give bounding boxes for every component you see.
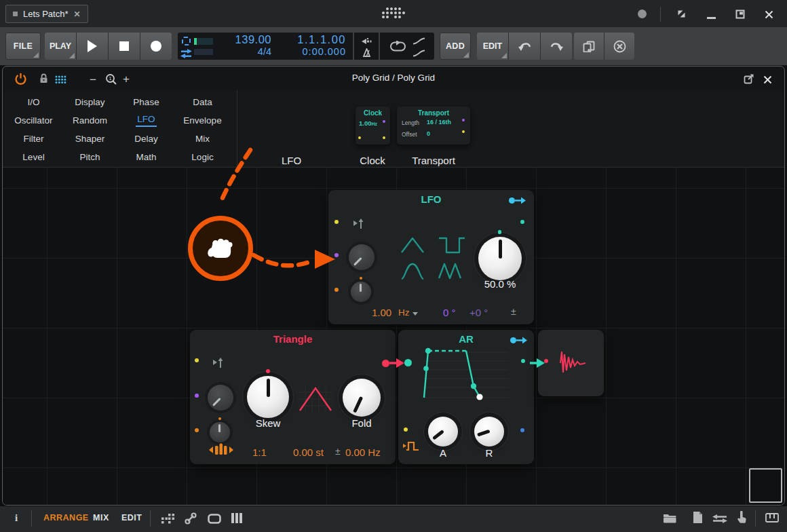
- triangle-polarity-toggle[interactable]: ±: [335, 446, 341, 457]
- file-button[interactable]: FILE: [5, 33, 41, 60]
- mixer-bars-icon[interactable]: [231, 513, 243, 526]
- stop-button[interactable]: [109, 33, 140, 60]
- ar-module[interactable]: AR A R: [398, 330, 534, 464]
- lfo-amount-knob[interactable]: [478, 237, 522, 280]
- triangle-ratio-value[interactable]: 1:1: [252, 446, 267, 458]
- keyboard-icon[interactable]: [765, 513, 779, 525]
- lfo-module[interactable]: LFO 50.0 % 1.00 Hz 0 ° +0 ° ±: [328, 190, 534, 324]
- redo-button[interactable]: [541, 33, 572, 60]
- tempo-display[interactable]: 139.00 4/4: [216, 33, 277, 60]
- pop-out-icon[interactable]: [744, 73, 754, 87]
- window-close-icon[interactable]: [765, 10, 773, 22]
- record-button[interactable]: [140, 33, 172, 60]
- mapping-icon[interactable]: [712, 514, 727, 526]
- ar-mod-input-port[interactable]: [404, 428, 408, 432]
- triangle-skew-knob[interactable]: [247, 376, 289, 418]
- category-pitch[interactable]: Pitch: [62, 148, 118, 166]
- triangle-skew-mod-port[interactable]: [195, 394, 199, 398]
- scope-input-port[interactable]: [544, 359, 548, 363]
- triangle-module[interactable]: Triangle Skew Fold 1:1 0.00 st ± 0.00 Hz: [190, 330, 396, 464]
- view-tab-edit[interactable]: EDIT: [121, 513, 142, 522]
- transport-offset-port[interactable]: [462, 130, 465, 133]
- gate-icon[interactable]: [402, 438, 420, 455]
- category-data[interactable]: Data: [174, 93, 231, 111]
- metronome-icon[interactable]: [362, 48, 372, 60]
- ar-attack-knob[interactable]: [428, 417, 458, 446]
- lfo-thumbnail[interactable]: LFO 50.0 % 1.00 Hz 0 ° +0 ° ±: [253, 100, 330, 151]
- tap-tempo-icon[interactable]: [182, 37, 191, 45]
- duplicate-button[interactable]: [574, 33, 604, 60]
- triangle-output-port[interactable]: [382, 360, 389, 367]
- frame-view-icon[interactable]: [208, 514, 221, 527]
- automation-follow-icon[interactable]: [412, 35, 425, 48]
- clock-rate-port[interactable]: [383, 120, 385, 123]
- loop-icon[interactable]: [389, 41, 407, 55]
- add-button[interactable]: ADD: [440, 33, 471, 60]
- clock-input-port[interactable]: [358, 136, 361, 139]
- ar-output-port[interactable]: [521, 359, 525, 363]
- category-display[interactable]: Display: [62, 93, 118, 111]
- category-level[interactable]: Level: [5, 148, 62, 166]
- ar-level-port[interactable]: [520, 428, 524, 432]
- category-phase[interactable]: Phase: [118, 93, 174, 111]
- undo-button[interactable]: [509, 33, 540, 60]
- transport-length-port[interactable]: [462, 119, 465, 121]
- link-icon[interactable]: [185, 512, 197, 527]
- lfo-phase-value[interactable]: 0 °: [443, 307, 456, 318]
- triangle-pitch-attenuator-knob[interactable]: [210, 422, 230, 442]
- view-tab-mix[interactable]: MIX: [93, 513, 109, 522]
- window-minimize-icon[interactable]: [707, 17, 716, 19]
- touch-icon[interactable]: [736, 511, 747, 526]
- project-tab[interactable]: Lets Patch* ✕: [5, 5, 88, 23]
- play-button[interactable]: [77, 33, 108, 60]
- transport-thumbnail[interactable]: Transport Length 16 / 16th Offset 0: [397, 107, 470, 145]
- lfo-polarity-toggle[interactable]: ±: [511, 306, 516, 317]
- info-icon[interactable]: i: [15, 512, 18, 524]
- position-value[interactable]: 1.1.1.00: [277, 33, 346, 46]
- lfo-amount-value[interactable]: 50.0 %: [473, 278, 527, 290]
- lfo-rate-value[interactable]: 1.00: [372, 307, 391, 318]
- keytrack-icon[interactable]: [209, 442, 233, 460]
- scope-module[interactable]: [538, 330, 604, 396]
- category-random[interactable]: Random: [62, 111, 118, 130]
- clock-thumbnail[interactable]: Clock 1.00Hz: [356, 107, 390, 145]
- position-display[interactable]: 1.1.1.00 0:00.000: [277, 33, 353, 60]
- edit-menu-button[interactable]: EDIT: [477, 33, 508, 60]
- category-mix[interactable]: Mix: [174, 130, 231, 148]
- panel-close-icon[interactable]: [763, 75, 772, 87]
- ar-release-knob[interactable]: [474, 417, 504, 446]
- play-menu-button[interactable]: PLAY: [45, 33, 76, 60]
- category-envelope[interactable]: Envelope: [174, 111, 231, 130]
- browser-folder-icon[interactable]: [664, 513, 676, 526]
- triangle-fold-knob[interactable]: [343, 379, 381, 417]
- flow-view-icon[interactable]: [161, 514, 175, 527]
- triangle-fine-value[interactable]: 0.00 Hz: [345, 446, 381, 458]
- lfo-rate-unit[interactable]: Hz: [398, 307, 418, 318]
- time-value[interactable]: 0:00.000: [277, 46, 346, 58]
- lfo-phase-shift-value[interactable]: +0 °: [469, 307, 488, 318]
- triangle-pitch-value[interactable]: 0.00 st: [293, 446, 324, 458]
- triangle-skew-attenuator-knob[interactable]: [208, 385, 233, 411]
- tempo-value[interactable]: 139.00: [216, 33, 271, 46]
- delete-button[interactable]: [604, 33, 634, 60]
- file-icon[interactable]: [693, 512, 703, 526]
- category-math[interactable]: Math: [118, 148, 174, 166]
- category-shaper[interactable]: Shaper: [62, 130, 118, 148]
- category-lfo[interactable]: LFO: [118, 111, 174, 130]
- category-io[interactable]: I/O: [5, 93, 62, 111]
- automation-write-icon[interactable]: [412, 48, 425, 60]
- triangle-trigger-port[interactable]: [195, 358, 199, 362]
- category-delay[interactable]: Delay: [118, 130, 174, 148]
- project-tab-close-icon[interactable]: ✕: [74, 10, 81, 19]
- category-logic[interactable]: Logic: [174, 148, 231, 166]
- triangle-pitch-mod-port[interactable]: [195, 428, 199, 432]
- canvas-overview-rect[interactable]: [749, 468, 782, 503]
- category-filter[interactable]: Filter: [5, 130, 62, 148]
- groove-icon[interactable]: [180, 49, 192, 61]
- time-signature-value[interactable]: 4/4: [216, 46, 271, 58]
- view-tab-arrange[interactable]: ARRANGE: [43, 513, 89, 522]
- window-fullscreen-icon[interactable]: [676, 9, 687, 22]
- window-maximize-icon[interactable]: [735, 10, 745, 22]
- category-oscillator[interactable]: Oscillator: [5, 111, 62, 130]
- clock-output-port[interactable]: [383, 136, 385, 139]
